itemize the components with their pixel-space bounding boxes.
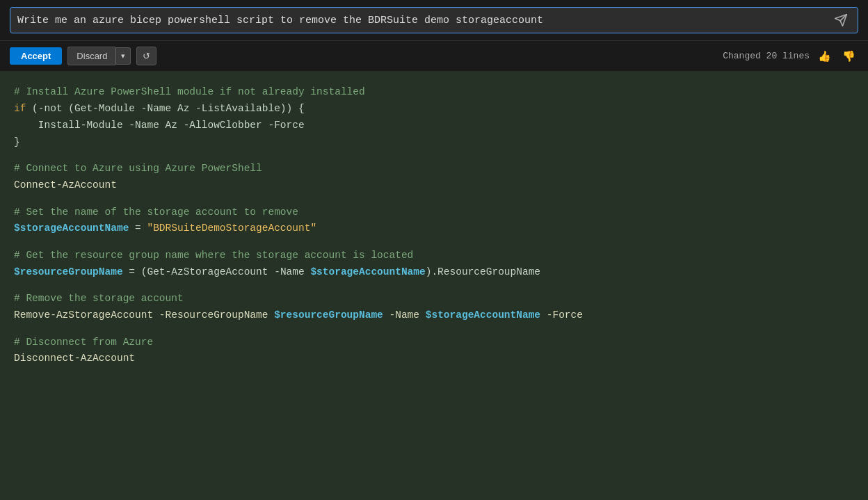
spacer-3: [14, 237, 854, 248]
code-line-11: # Remove the storage account: [14, 291, 854, 307]
chevron-down-icon: ▾: [121, 51, 125, 60]
code-area: # Install Azure PowerShell module if not…: [0, 72, 868, 500]
code-line-4: }: [14, 134, 854, 151]
code-line-3: Install-Module -Name Az -AllowClobber -F…: [14, 118, 854, 134]
refresh-icon: ↺: [143, 51, 150, 61]
code-line-12: Remove-AzStorageAccount -ResourceGroupNa…: [14, 307, 854, 324]
spacer-5: [14, 324, 854, 334]
code-line-13: # Disconnect from Azure: [14, 334, 854, 351]
code-line-2: if (-not (Get-Module -Name Az -ListAvail…: [14, 101, 854, 118]
send-icon: [834, 13, 848, 27]
thumbs-down-icon: 👎: [842, 50, 855, 62]
prompt-input-wrapper: [10, 7, 858, 33]
code-line-14: Disconnect-AzAccount: [14, 350, 854, 367]
code-line-8: $storageAccountName = "BDRSuiteDemoStora…: [14, 220, 854, 237]
code-line-7: # Set the name of the storage account to…: [14, 204, 854, 221]
spacer-4: [14, 281, 854, 291]
prompt-bar: [0, 0, 868, 41]
refresh-button[interactable]: ↺: [136, 47, 156, 65]
prompt-input[interactable]: [17, 15, 831, 26]
code-line-1: # Install Azure PowerShell module if not…: [14, 84, 854, 101]
thumbs-up-icon: 👍: [818, 50, 831, 62]
code-line-9: # Get the resource group name where the …: [14, 248, 854, 264]
thumbs-down-button[interactable]: 👎: [839, 49, 858, 64]
changed-label: Changed 20 lines 👍 👎: [723, 49, 858, 64]
spacer-2: [14, 194, 854, 204]
spacer-1: [14, 151, 854, 161]
send-button[interactable]: [831, 12, 851, 29]
discard-dropdown-button[interactable]: ▾: [115, 47, 131, 65]
discard-group: Discard ▾: [67, 47, 131, 65]
changed-text: Changed 20 lines: [723, 51, 810, 61]
accept-button[interactable]: Accept: [10, 47, 62, 65]
code-line-10: $resourceGroupName = (Get-AzStorageAccou…: [14, 264, 854, 281]
code-line-6: Connect-AzAccount: [14, 177, 854, 194]
code-line-5: # Connect to Azure using Azure PowerShel…: [14, 161, 854, 177]
discard-button[interactable]: Discard: [67, 47, 115, 65]
thumbs-up-button[interactable]: 👍: [815, 49, 834, 64]
action-bar: Accept Discard ▾ ↺ Changed 20 lines 👍 👎: [0, 41, 868, 72]
